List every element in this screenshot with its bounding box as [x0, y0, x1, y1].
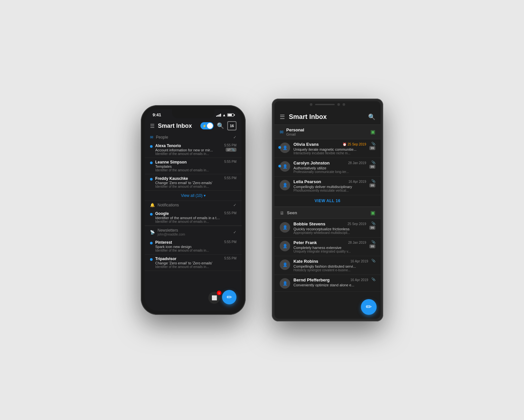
email-meta: 5:55 PM [224, 257, 236, 260]
personal-section-info: Personal Gmail [286, 127, 370, 136]
camera-dot-2 [337, 103, 340, 106]
email-preview: Holisticly synergize covalent e-busine..… [293, 268, 368, 272]
android-screen: ☰ Smart Inbox 🔍 ✉ Personal Gmail ▣ [274, 101, 381, 319]
view-all-personal[interactable]: VIEW ALL 16 [274, 195, 381, 207]
email-content: Carolyn Johnston 28 Jan 2019 Authoritati… [293, 161, 366, 174]
seen-section-title: Seen [287, 210, 370, 215]
email-meta: 📎 99 [369, 161, 375, 169]
notifications-section-header: 🔔 Notifications ✓ [145, 200, 242, 209]
email-badge: 99 [369, 183, 375, 187]
avatar-kate: 👤 [280, 259, 290, 270]
email-preview: Identifier of the amount of emails in... [155, 168, 222, 172]
avatar-wrap: 👤 [280, 161, 290, 172]
smart-inbox-toggle[interactable]: ⚡ [200, 122, 214, 129]
email-header: Bobbie Stevens 25 Sep 2019 [293, 221, 366, 226]
newsletter-check-icon[interactable]: ✓ [233, 230, 236, 235]
archive-fab[interactable]: ⬜ 1 [208, 292, 220, 304]
email-header: Carolyn Johnston 28 Jan 2019 [293, 161, 366, 165]
avatar-carolyn: 👤 [280, 161, 290, 172]
email-badge: 99 [369, 226, 375, 230]
email-badge: 99 [369, 146, 375, 150]
email-item-bernd[interactable]: 👤 Bernd Pfefferberg 16 Apr 2019 Convenie… [274, 275, 381, 292]
seen-archive-icon[interactable]: ▣ [370, 210, 375, 216]
email-meta: 5:55 PM [224, 211, 236, 215]
email-item-carolyn[interactable]: 👤 Carolyn Johnston 28 Jan 2019 Authorita… [274, 158, 381, 177]
iphone-device: 9:41 ▲ ☰ Smart Inbox [141, 105, 246, 315]
email-item-google[interactable]: Google Identifier of the amount of email… [145, 209, 242, 226]
email-preview: Appropriately whiteboard multidiscipli..… [293, 231, 366, 235]
email-content: Bobbie Stevens 25 Sep 2019 Quickly recon… [293, 221, 366, 235]
email-meta: 📎 [371, 277, 375, 281]
email-item-lelia[interactable]: 👤 Lelia Pearson 16 Apr 2019 Compellingly… [274, 177, 381, 195]
email-item-kate[interactable]: 👤 Kate Robins 16 Apr 2019 Compellingly f… [274, 256, 381, 275]
email-content: Bernd Pfefferberg 16 Apr 2019 Convenient… [293, 277, 368, 287]
email-item-tripadvisor[interactable]: Tripadvisor Change 'Zero email' to 'Zero… [145, 255, 242, 271]
email-time: 5:55 PM [224, 211, 236, 215]
email-item-freddy[interactable]: Freddy Kauschke Change 'Zero email' to '… [145, 174, 242, 191]
email-subject: Change 'Zero email' to 'Zero emails' [155, 261, 222, 265]
email-preview: Professionally communicate long-ter... [293, 170, 366, 174]
notifications-check-icon[interactable]: ✓ [233, 203, 236, 207]
email-subject: Spark icon new design [155, 245, 222, 249]
email-subject: Authoritatively utilize [293, 166, 366, 170]
seen-icon: 🖥 [280, 210, 284, 216]
email-header: Olivia Evans ⏰ 25 Sep 2019 [293, 142, 366, 147]
compose-icon: ✏ [227, 293, 232, 301]
camera-dot-1 [310, 103, 312, 106]
email-item-leanne[interactable]: Leanne Simpson Templates Identifier of t… [145, 158, 242, 174]
personal-archive-icon[interactable]: ▣ [370, 129, 375, 135]
seen-section-header: 🖥 Seen ▣ [274, 207, 381, 219]
sender-name: Peter Frank [293, 240, 317, 245]
android-compose-fab[interactable]: ✏ [361, 299, 377, 315]
iphone-search-icon[interactable]: 🔍 [217, 122, 224, 129]
email-date: 16 Apr 2019 [348, 180, 366, 183]
people-section-title: People [156, 135, 231, 140]
email-date: ⏰ 25 Sep 2019 [343, 143, 366, 146]
compose-fab[interactable]: ✏ [222, 290, 236, 304]
view-all-people[interactable]: View all (10) ▾ [145, 191, 242, 200]
people-section-check-icon[interactable]: ✓ [233, 135, 236, 140]
email-item-olivia[interactable]: 👤 Olivia Evans ⏰ 25 Sep 2019 Uniquely it… [274, 139, 381, 158]
personal-envelope-icon: ✉ [280, 129, 284, 135]
email-item-peter[interactable]: 👤 Peter Frank 28 Jan 2019 Completely har… [274, 238, 381, 256]
email-header: Lelia Pearson 16 Apr 2019 [293, 179, 366, 184]
email-subject: Change 'Zero email' to 'Zero emails' [155, 181, 222, 185]
android-camera-bar [310, 103, 345, 106]
rss-icon: 📡 [150, 230, 155, 235]
calendar-icon[interactable]: 16 [227, 121, 236, 130]
email-meta: 5:55 PM [224, 160, 236, 163]
email-content: Lelia Pearson 16 Apr 2019 Compellingly d… [293, 179, 366, 192]
iphone-screen: 9:41 ▲ ☰ Smart Inbox [145, 109, 242, 311]
email-badge: 17 📎 [226, 148, 236, 152]
avatar-wrap: 👤 [280, 240, 290, 251]
email-header: Peter Frank 28 Jan 2019 [293, 240, 366, 245]
email-item-bobbie[interactable]: 👤 Bobbie Stevens 25 Sep 2019 Quickly rec… [274, 219, 381, 238]
android-hamburger-icon[interactable]: ☰ [280, 113, 285, 121]
iphone-status-icons: ▲ [216, 113, 234, 117]
android-search-icon[interactable]: 🔍 [368, 113, 375, 121]
email-time: 5:55 PM [224, 240, 236, 244]
email-meta: 📎 99 [369, 142, 375, 150]
sender-name: Google [155, 211, 222, 216]
hamburger-icon[interactable]: ☰ [150, 123, 155, 129]
speaker-bar [315, 104, 335, 105]
email-item-pinterest[interactable]: Pinterest Spark icon new design Identifi… [145, 238, 242, 255]
iphone-scroll: ✉ People ✓ Alexa Tenorio Account informa… [145, 133, 242, 271]
newsletter-title: Newsletters [158, 228, 231, 233]
email-header: Bernd Pfefferberg 16 Apr 2019 [293, 277, 368, 282]
email-item-alexa[interactable]: Alexa Tenorio Account information for ne… [145, 142, 242, 158]
attachment-icon: 📎 [371, 240, 375, 244]
newsletter-info: Newsletters john@readdle.com [158, 228, 231, 236]
email-preview: Identifier of the amount of emails in... [155, 185, 222, 188]
sender-name: Alexa Tenorio [155, 143, 222, 148]
email-badge: 99 [369, 244, 375, 248]
email-content: Google Identifier of the amount of email… [155, 211, 222, 223]
email-time: 5:55 PM [224, 257, 236, 260]
iphone-header-title: Smart Inbox [158, 123, 197, 129]
avatar-peter: 👤 [280, 241, 290, 251]
unread-dot [150, 258, 153, 261]
unread-dot [150, 145, 153, 148]
archive-badge: 1 [217, 291, 221, 295]
personal-section-header: ✉ Personal Gmail ▣ [274, 124, 381, 139]
android-device: ☰ Smart Inbox 🔍 ✉ Personal Gmail ▣ [272, 99, 383, 321]
